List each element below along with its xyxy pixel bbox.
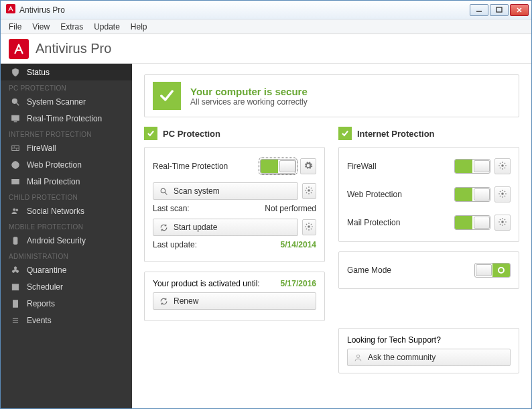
sidebar-item-mail[interactable]: Mail Protection [1, 173, 132, 190]
sidebar-item-firewall[interactable]: FireWall [1, 139, 132, 156]
mail-settings-button[interactable] [494, 215, 511, 231]
last-update-value: 5/14/2014 [281, 240, 316, 249]
mail-label: Mail Protection [347, 218, 450, 227]
start-update-button[interactable]: Start update [153, 219, 298, 236]
sidebar-section-mobile: MOBILE PROTECTION [1, 219, 132, 232]
menu-update[interactable]: Update [88, 20, 125, 34]
svg-point-31 [308, 189, 311, 192]
refresh-icon [159, 223, 168, 232]
sidebar-item-android[interactable]: Android Security [1, 232, 132, 249]
list-icon [10, 315, 20, 325]
web-toggle[interactable] [454, 187, 490, 202]
svg-point-33 [501, 164, 504, 167]
app-header: Antivirus Pro [1, 34, 531, 64]
svg-line-4 [16, 103, 19, 105]
activation-label: Your product is activated until: [153, 279, 281, 288]
close-button[interactable] [510, 4, 529, 16]
svg-point-29 [161, 188, 165, 193]
svg-point-13 [13, 208, 15, 211]
svg-rect-21 [12, 284, 18, 290]
menu-view[interactable]: View [27, 20, 55, 34]
maximize-button[interactable] [490, 4, 509, 16]
last-scan-label: Last scan: [153, 204, 265, 213]
sidebar-section-admin: ADMINISTRATION [1, 249, 132, 261]
shield-icon [10, 67, 20, 77]
svg-point-19 [12, 270, 15, 273]
scan-settings-button[interactable] [302, 183, 316, 199]
menubar: File View Extras Update Help [1, 19, 531, 34]
sidebar-section-internet: INTERNET PROTECTION [1, 127, 132, 139]
sidebar-section-child: CHILD PROTECTION [1, 190, 132, 202]
sidebar-item-realtime[interactable]: Real-Time Protection [1, 110, 132, 127]
svg-rect-5 [11, 115, 19, 120]
sidebar-item-system-scanner[interactable]: System Scanner [1, 93, 132, 110]
svg-point-18 [14, 266, 17, 269]
window-title: Antivirus Pro [19, 5, 65, 15]
users-icon [10, 206, 20, 216]
firewall-toggle[interactable] [454, 159, 490, 174]
realtime-settings-button[interactable] [300, 158, 316, 174]
sidebar-item-web[interactable]: Web Protection [1, 156, 132, 173]
menu-extras[interactable]: Extras [55, 20, 88, 34]
person-icon [353, 353, 362, 362]
minimize-button[interactable] [470, 4, 488, 16]
app-title: Antivirus Pro [36, 41, 111, 56]
gear-icon [304, 186, 314, 197]
firewall-settings-button[interactable] [494, 158, 511, 174]
sidebar-item-label: Quarantine [27, 266, 66, 275]
sidebar-item-scheduler[interactable]: Scheduler [1, 278, 132, 295]
game-mode-label: Game Mode [347, 266, 470, 275]
svg-point-20 [16, 270, 19, 273]
sidebar-item-label: Status [27, 68, 50, 77]
sidebar-item-events[interactable]: Events [1, 312, 132, 329]
svg-point-3 [12, 99, 17, 103]
mobile-icon [10, 235, 20, 245]
last-update-label: Last update: [153, 240, 281, 249]
sidebar-item-label: Social Networks [27, 207, 84, 216]
sidebar-item-status[interactable]: Status [1, 64, 132, 80]
menu-file[interactable]: File [3, 20, 27, 34]
realtime-label: Real-Time Protection [153, 162, 256, 171]
sidebar-item-quarantine[interactable]: Quarantine [1, 261, 132, 278]
check-icon [153, 82, 181, 110]
firewall-label: FireWall [347, 162, 450, 171]
status-card: Your computer is secure All services are… [144, 74, 519, 117]
sidebar-section-pc: PC PROTECTION [1, 80, 132, 93]
last-scan-value: Not performed [265, 204, 316, 213]
sidebar-item-label: Android Security [27, 236, 86, 245]
activation-date: 5/17/2016 [281, 279, 316, 288]
pc-protection-card: Real-Time Protection Scan system [144, 147, 325, 262]
game-mode-toggle[interactable] [474, 263, 511, 278]
internet-protection-card: FireWall Web Protection Mail Protection [338, 147, 519, 242]
sidebar-item-label: Scheduler [27, 282, 63, 292]
realtime-toggle[interactable] [260, 159, 296, 174]
sidebar-item-label: Events [27, 316, 52, 325]
sidebar-item-social[interactable]: Social Networks [1, 202, 132, 219]
sidebar-item-reports[interactable]: Reports [1, 295, 132, 312]
sidebar-item-label: Web Protection [27, 160, 82, 170]
mail-icon [10, 176, 20, 186]
biohazard-icon [10, 265, 20, 275]
web-settings-button[interactable] [494, 186, 511, 202]
mail-toggle[interactable] [454, 215, 490, 230]
search-icon [10, 97, 20, 107]
support-card: Looking for Tech Support? Ask the commun… [338, 328, 519, 373]
check-icon [338, 127, 352, 140]
gear-icon [304, 222, 314, 233]
search-icon [159, 186, 168, 196]
globe-icon [10, 160, 20, 170]
web-label: Web Protection [347, 190, 450, 199]
firewall-icon [10, 143, 20, 153]
gear-icon [498, 161, 507, 172]
support-question: Looking for Tech Support? [347, 335, 511, 345]
activation-card: Your product is activated until: 5/17/20… [144, 272, 325, 321]
sidebar-item-label: Real-Time Protection [27, 114, 102, 123]
update-settings-button[interactable] [302, 219, 316, 235]
ask-community-button[interactable]: Ask the community [347, 349, 511, 366]
menu-help[interactable]: Help [125, 20, 153, 34]
svg-point-35 [501, 221, 504, 223]
status-subtitle: All services are working correctly [190, 97, 308, 107]
renew-button[interactable]: Renew [153, 292, 316, 310]
check-icon [144, 127, 157, 140]
scan-system-button[interactable]: Scan system [153, 182, 298, 200]
